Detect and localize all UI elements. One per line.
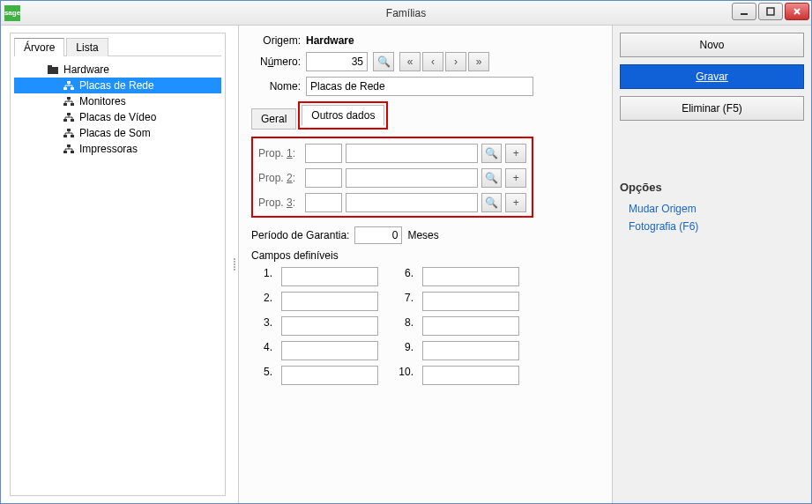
tree-item-impressoras[interactable]: Impressoras [14,141,221,157]
hierarchy-icon [63,129,74,137]
prop3-label: Prop. 3: [258,196,302,209]
nav-last-button[interactable]: » [468,52,489,71]
prop1-desc-input[interactable] [346,144,478,163]
campos-grid: 1. 6. 2. 7. 3. 8. 4. 9. 5. 10. [251,267,600,385]
campo-5-input[interactable] [281,366,378,385]
numero-search-button[interactable]: 🔍 [373,52,394,71]
close-button[interactable] [785,3,809,20]
campo-6-input[interactable] [422,267,519,286]
svg-rect-15 [71,135,74,137]
prop2-code-input[interactable] [305,168,342,188]
minimize-button[interactable] [732,3,756,20]
splitter[interactable] [231,26,238,503]
tree-item-placas-video[interactable]: Placas de Vídeo [14,109,221,125]
hierarchy-icon [63,97,74,106]
svg-rect-13 [67,129,71,131]
tree-item-placas-rede[interactable]: Placas de Rede [14,78,221,93]
prop1-code-input[interactable] [305,144,342,163]
origem-value: Hardware [306,34,354,47]
campo-2-input[interactable] [281,292,378,311]
hierarchy-icon [63,113,74,122]
props-box: Prop. 1: 🔍 + Prop. 2: 🔍 + Prop. 3: 🔍 + [251,137,533,218]
tree-item-label: Placas de Som [79,127,151,139]
svg-rect-2 [48,67,58,74]
svg-rect-17 [63,151,67,153]
folder-icon [48,65,58,74]
campo-9-input[interactable] [422,341,519,360]
tree-root-hardware[interactable]: Hardware [14,62,221,78]
gravar-button[interactable]: Gravar [620,64,804,89]
subtab-outros-highlight: Outros dados [298,101,388,130]
tree: Hardware Placas de Rede Monitores Placas… [11,56,225,495]
campo-3-input[interactable] [281,316,378,336]
garantia-label: Período de Garantia: [251,229,349,241]
mudar-origem-link[interactable]: Mudar Origem [620,203,804,215]
tree-root-label: Hardware [63,63,109,76]
prop2-add-button[interactable]: + [505,168,526,188]
search-icon: 🔍 [485,196,498,209]
search-icon: 🔍 [377,56,391,68]
plus-icon: + [513,196,519,209]
prop3-code-input[interactable] [305,193,342,212]
tab-arvore[interactable]: Árvore [14,38,64,56]
eliminar-button[interactable]: Eliminar (F5) [620,96,804,121]
tree-item-placas-som[interactable]: Placas de Som [14,125,221,141]
chevron-right-icon: › [454,56,458,68]
svg-rect-5 [63,87,67,90]
prop3-desc-input[interactable] [346,193,478,212]
campo-4-input[interactable] [281,341,378,360]
novo-button[interactable]: Novo [620,33,804,57]
tree-item-label: Monitores [79,95,126,107]
campo-7-input[interactable] [422,292,519,311]
svg-rect-3 [48,65,52,68]
hierarchy-icon [63,81,74,90]
tree-item-label: Impressoras [79,143,138,155]
svg-rect-0 [741,13,748,15]
prop1-add-button[interactable]: + [505,144,526,163]
nome-input[interactable] [306,77,533,96]
prop2-search-button[interactable]: 🔍 [481,168,503,188]
center-pane: Origem: Hardware Número: 🔍 « ‹ › » Nome:… [238,26,613,503]
fotografia-link[interactable]: Fotografia (F6) [620,220,804,233]
campo-num: 5. [251,366,272,385]
svg-rect-8 [63,103,67,106]
double-chevron-right-icon: » [476,56,482,68]
numero-label: Número: [251,56,301,68]
subtab-geral[interactable]: Geral [251,108,296,130]
hierarchy-icon [63,145,74,153]
campo-num: 8. [387,316,413,336]
tree-item-monitores[interactable]: Monitores [14,93,221,109]
svg-rect-14 [63,135,67,137]
opcoes-title: Opções [620,181,804,194]
svg-rect-7 [67,97,71,100]
subtab-outros-dados[interactable]: Outros dados [302,105,384,126]
nav-next-button[interactable]: › [445,52,466,71]
chevron-left-icon: ‹ [431,56,435,68]
campo-num: 2. [251,292,272,311]
origem-label: Origem: [251,34,301,47]
garantia-unit: Meses [407,229,438,241]
prop2-desc-input[interactable] [346,168,478,188]
garantia-input[interactable] [354,226,402,244]
nome-label: Nome: [251,80,301,93]
campo-num: 4. [251,341,272,360]
nav-prev-button[interactable]: ‹ [422,52,443,71]
window-controls [732,3,809,20]
left-pane: Árvore Lista Hardware Placas de Rede [10,33,226,496]
campo-10-input[interactable] [422,366,519,385]
tree-item-label: Placas de Rede [79,79,154,92]
campo-1-input[interactable] [281,267,378,286]
tab-lista[interactable]: Lista [66,38,108,56]
prop1-search-button[interactable]: 🔍 [481,144,503,163]
nav-first-button[interactable]: « [399,52,421,71]
campo-num: 1. [251,267,272,286]
prop3-search-button[interactable]: 🔍 [481,193,503,212]
numero-input[interactable] [306,52,368,71]
svg-rect-12 [71,119,74,122]
plus-icon: + [513,147,519,159]
campo-8-input[interactable] [422,316,519,336]
maximize-button[interactable] [758,3,783,20]
prop3-add-button[interactable]: + [505,193,526,212]
svg-rect-11 [63,119,67,122]
titlebar: sage Famílias [1,1,811,26]
